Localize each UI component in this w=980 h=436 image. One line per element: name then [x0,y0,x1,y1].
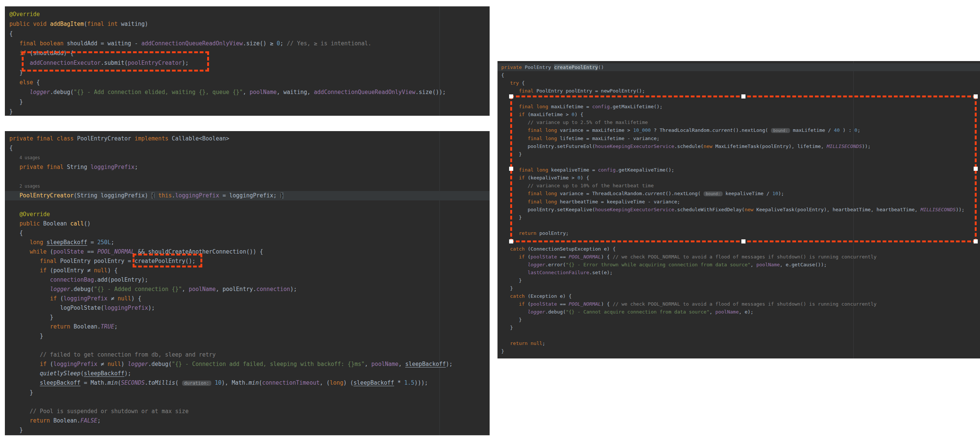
code-token: (poolEntry ≠ [46,267,94,274]
code-token [501,309,527,315]
code-line: 4 usages [5,153,490,162]
code-token: "{} - Cannot acquire connection from dat… [566,309,710,315]
code-token: "{} - Error thrown while acquiring conne… [566,262,750,267]
code-token: logger [128,361,148,368]
code-token: null [108,361,121,368]
code-token: , [399,361,405,368]
code-token: FALSE [81,417,97,424]
code-area: private final class PoolEntryCreator imp… [5,131,490,435]
code-token [501,293,510,299]
code-token: POOL_NORMAL [569,254,601,259]
code-token: if [50,295,57,302]
code-token: } [10,69,23,76]
code-token: .debug( [70,286,94,293]
code-token: , e); [739,309,753,315]
code-token: } [10,426,23,433]
code-token: 10 [215,379,221,386]
code-line: final PoolEntry poolEntry = createPoolEn… [5,256,490,266]
code-token: POOL_NORMAL [569,301,601,307]
code-token: Boolean. [74,323,101,330]
code-line: } [5,313,490,322]
code-token: ); [290,286,297,293]
code-token [10,192,19,199]
selection-handle-bottom-right[interactable] [974,239,978,243]
code-token: (String loggingPrefix) [74,192,152,199]
code-token [501,270,527,275]
code-token: .debug( [148,361,172,368]
code-panel-createpoolentry: private PoolEntry createPoolEntry(){ try… [498,61,980,358]
code-token: ) { [601,254,612,259]
code-token: } [280,192,283,199]
code-token: . [145,379,148,386]
selection-handle-top-left[interactable] [509,94,513,99]
code-token: .add(poolEntry); [94,277,148,283]
code-token: call [70,220,84,227]
code-token: shouldAdd = waiting - [67,40,142,47]
code-token: == [84,248,97,255]
code-token: ( [175,379,182,386]
code-token: { [151,192,155,199]
selection-handle-top-middle[interactable] [741,94,746,99]
code-token: null [118,295,131,302]
code-token: catch [510,293,525,299]
code-token: , [182,286,189,293]
code-token: .size()); [415,89,446,95]
code-line: return Boolean.TRUE; [5,322,490,331]
code-token: if [519,254,525,259]
code-line: } [5,425,490,435]
annotation-rect-lifetime-block[interactable] [510,95,977,242]
code-line: logger.debug("{} - Cannot acquire connec… [498,308,980,316]
code-token: poolName [371,361,398,368]
code-line: 2 usages [5,181,490,191]
code-line: else { [5,78,490,87]
code-token: private [501,64,525,70]
annotation-rect-submit-call[interactable] [22,51,209,72]
code-token: , poolEntry. [216,286,256,293]
code-token: ; [542,341,546,346]
code-token: } [501,325,513,330]
code-line: final boolean shouldAdd = waiting - addC… [5,38,490,48]
code-token: } [10,99,23,105]
code-token: poolState [53,248,84,255]
code-token: } [10,389,33,396]
selection-handle-top-right[interactable] [974,94,978,99]
code-line: logger.debug("{} - Add connection elided… [5,87,490,97]
code-token: null [94,267,108,274]
code-token: final int [87,21,121,27]
code-token: ; [114,323,118,330]
code-line [498,331,980,339]
selection-handle-middle-left[interactable] [509,167,513,171]
code-token: PoolEntry [525,64,554,70]
code-token [10,220,19,227]
code-line: } [498,277,980,284]
code-token: == [557,301,569,307]
code-token [501,262,527,267]
code-token [10,79,19,86]
code-token: if [40,361,46,368]
code-token: ≠ [97,361,108,368]
code-token: , [243,89,250,95]
annotation-rect-createpoolentry-call[interactable] [133,254,202,267]
code-token: . [172,192,175,199]
code-token: logger [50,286,70,293]
code-token: sleepBackoff [40,379,80,386]
selection-handle-bottom-left[interactable] [509,239,513,243]
code-token [10,50,19,57]
code-line: public void addBagItem(final int waiting… [5,19,490,29]
code-line: } [498,284,980,292]
code-line: @Override [5,10,490,19]
code-token: addConnectionQueueReadOnlyView [314,89,415,95]
code-line: connectionBag.add(poolEntry); [5,275,490,285]
selection-handle-bottom-middle[interactable] [741,239,746,243]
code-token: } [501,348,504,354]
code-token: , ( [320,379,330,386]
code-line: PoolEntryCreator(String loggingPrefix) {… [5,191,490,200]
code-token [10,154,19,161]
code-line: logger.error("{} - Error thrown while ac… [498,261,980,269]
code-token: ( [84,21,87,27]
code-panel-addbagitem: @Overridepublic void addBagItem(final in… [5,6,490,116]
code-line: private final String loggingPrefix; [5,162,490,172]
code-token: toMillis [148,379,175,386]
code-token: connection [256,286,290,293]
selection-handle-middle-right[interactable] [974,167,978,171]
